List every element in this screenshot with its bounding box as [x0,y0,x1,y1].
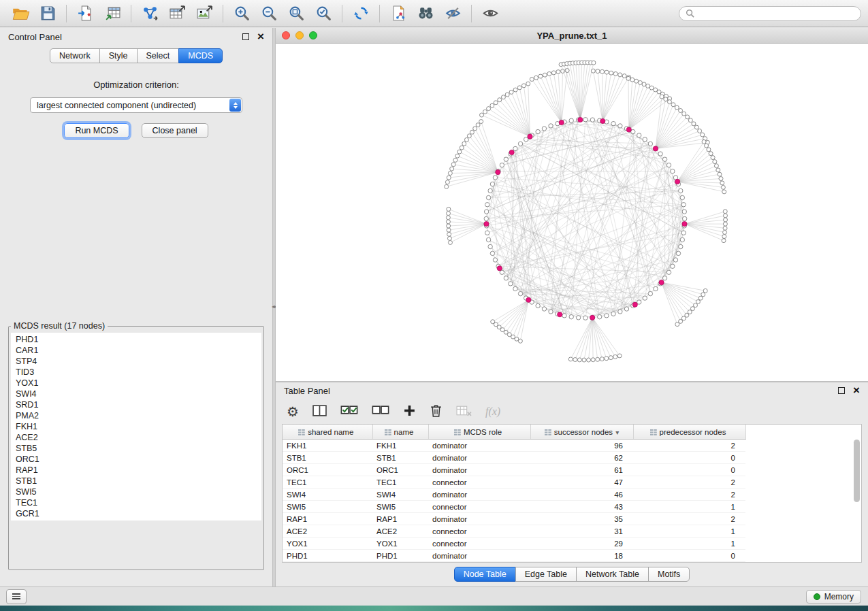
delete-table-button-disabled [456,405,472,418]
export-image-button[interactable] [191,3,218,24]
mcds-result-group: MCDS result (17 nodes) PHD1CAR1STP4TID3Y… [8,321,264,570]
tab-select[interactable]: Select [137,48,180,63]
export-network-button[interactable] [136,3,163,24]
table-scrollbar[interactable] [854,440,860,559]
table-row[interactable]: ACE2ACE2connector311 [283,525,745,538]
gear-icon[interactable]: ⚙ [287,405,299,418]
result-item[interactable]: STB1 [11,476,261,486]
float-panel-icon[interactable] [242,33,249,40]
tab-network[interactable]: Network [50,48,100,63]
table-grid-icon [650,429,657,435]
network-titlebar: YPA_prune.txt_1 [276,28,868,44]
network-title: YPA_prune.txt_1 [276,31,868,41]
result-item[interactable]: STP4 [11,356,261,367]
zoom-fit-button[interactable] [283,3,310,24]
export-table-button[interactable] [163,3,191,24]
apply-layout-button[interactable] [347,3,374,24]
add-column-button[interactable] [403,404,416,419]
result-item[interactable]: YOX1 [11,378,261,389]
show-hide-button[interactable] [477,3,504,24]
result-item[interactable]: TID3 [11,367,261,378]
sort-chevron-icon: ▾ [615,429,619,436]
import-network-button[interactable] [71,3,99,24]
mcds-result-list[interactable]: PHD1CAR1STP4TID3YOX1SWI4SRD1PMA2FKH1ACE2… [11,333,261,521]
result-item[interactable]: ORC1 [11,454,261,465]
result-item[interactable]: TEC1 [11,497,261,508]
optimization-criterion-select[interactable]: largest connected component (undirected) [30,97,242,113]
uncheck-all-icon [372,404,389,417]
table-row[interactable]: ORC1ORC1dominator610 [283,464,745,476]
close-table-panel-icon[interactable]: × [853,386,860,395]
column-header-shared-name[interactable]: shared name [283,425,372,440]
list-icon [12,593,20,595]
table-row[interactable]: TEC1TEC1connector472 [283,476,745,489]
minimize-window-icon[interactable] [295,31,304,39]
search-network-button[interactable] [412,3,439,24]
result-item[interactable]: PMA2 [11,410,261,421]
result-item[interactable]: PHD1 [11,334,261,345]
select-all-button[interactable] [340,404,358,419]
scrollbar-thumb[interactable] [854,440,860,502]
import-table-button[interactable] [99,3,126,24]
save-icon [39,5,57,22]
memory-button[interactable]: Memory [806,590,861,604]
import-network-file-icon [77,5,94,22]
run-mcds-button[interactable]: Run MCDS [64,123,129,138]
deselect-all-button[interactable] [372,404,389,419]
table-delete-icon [456,405,472,416]
tab-motifs[interactable]: Motifs [648,567,690,582]
toolbar-separator [379,5,380,22]
search-input[interactable] [698,8,854,19]
tab-mcds[interactable]: MCDS [178,48,223,63]
selected-criterion: largest connected component (undirected) [37,101,229,110]
result-item[interactable]: STB5 [11,443,261,454]
table-row[interactable]: RAP1RAP1dominator352 [283,513,745,525]
result-item[interactable]: RAP1 [11,465,261,476]
close-window-icon[interactable] [282,31,290,39]
tab-node-table[interactable]: Node Table [454,567,516,582]
result-item[interactable]: SWI4 [11,389,261,399]
table-row[interactable]: SWI5SWI5connector431 [283,501,745,513]
graphics-details-button[interactable] [439,3,466,24]
table-row[interactable]: SWI4SWI4dominator462 [283,489,745,501]
result-item[interactable]: CAR1 [11,345,261,356]
control-panel-title: Control Panel [8,32,242,42]
search-box[interactable] [679,6,861,21]
table-row[interactable]: STB1STB1dominator620 [283,452,745,464]
node-table: shared namenameMCDS rolesuccessor nodes▾… [283,425,746,562]
network-canvas[interactable] [276,44,868,381]
result-item[interactable]: GCR1 [11,508,261,519]
open-session-button[interactable] [7,3,34,24]
tab-edge-table[interactable]: Edge Table [515,567,577,582]
export-table-icon [169,5,186,22]
close-panel-button[interactable]: Close panel [142,123,208,138]
task-history-button[interactable] [6,589,27,604]
result-item[interactable]: ACE2 [11,432,261,443]
close-panel-icon[interactable]: × [257,33,264,41]
column-header-predecessor-nodes[interactable]: predecessor nodes [633,425,745,440]
show-columns-button[interactable] [312,404,327,419]
zoom-in-button[interactable] [228,3,255,24]
table-row[interactable]: PHD1PHD1dominator180 [283,550,745,562]
zoom-selected-button[interactable] [310,3,337,24]
result-item[interactable]: FKH1 [11,421,261,432]
save-session-button[interactable] [34,3,61,24]
result-item[interactable]: SRD1 [11,399,261,410]
table-grid-icon [385,429,391,435]
table-row[interactable]: FKH1FKH1dominator962 [283,440,745,452]
maximize-window-icon[interactable] [309,31,317,39]
column-header-name[interactable]: name [372,425,428,440]
toolbar-separator [471,5,472,22]
delete-column-button[interactable] [430,403,443,420]
float-table-panel-icon[interactable] [838,387,845,394]
tab-network-table[interactable]: Network Table [576,567,649,582]
column-header-successor-nodes[interactable]: successor nodes▾ [530,425,633,440]
export-to-web-button[interactable] [385,3,412,24]
zoom-out-button[interactable] [255,3,283,24]
table-tabs: Node Table Edge Table Network Table Moti… [454,567,690,582]
column-header-MCDS-role[interactable]: MCDS role [428,425,530,440]
table-row[interactable]: YOX1YOX1connector291 [283,538,745,550]
result-item[interactable]: SWI5 [11,486,261,497]
tab-style[interactable]: Style [99,48,138,63]
function-builder-button: f(x) [485,406,500,418]
